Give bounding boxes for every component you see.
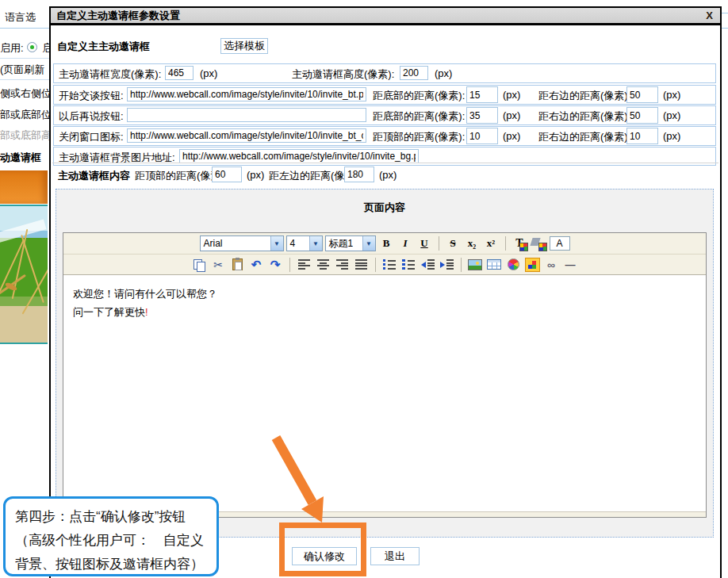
distance-right-input[interactable] [626, 107, 658, 124]
divider [52, 163, 718, 163]
toolbar-separator [439, 236, 439, 251]
page-content-panel: 页面内容 Arial ▼ 4 ▼ 标题1 ▼ B I U S [56, 189, 714, 538]
toolbar-separator [289, 258, 290, 272]
bullet-list-icon[interactable] [402, 259, 415, 270]
close-window-label: 关闭窗口图标: [59, 130, 124, 144]
distance-bottom-input[interactable] [466, 107, 498, 124]
align-right-icon[interactable] [336, 259, 348, 270]
start-chat-url-input[interactable] [127, 87, 366, 101]
insert-flash-icon[interactable] [525, 258, 540, 272]
horizontal-rule-icon[interactable]: — [562, 257, 579, 273]
undo-icon[interactable]: ↶ [248, 257, 265, 273]
editor-content-area[interactable]: 欢迎您！请问有什么可以帮您？ 问一下了解更快! [63, 275, 706, 511]
distance-top-input[interactable] [466, 128, 498, 144]
bg-fragment-refresh: (页面刷新 [0, 63, 49, 77]
bg-divider [0, 79, 49, 80]
px-label: (px) [247, 169, 264, 181]
tutorial-callout: 第四步：点击“确认修改”按钮 （高级个性化用户可： 自定义 背景、按钮图标及邀请… [3, 496, 219, 576]
wheat-stalk [22, 252, 48, 315]
background-image-url-input[interactable] [179, 149, 419, 163]
paste-icon[interactable] [232, 258, 243, 270]
rich-text-editor: Arial ▼ 4 ▼ 标题1 ▼ B I U S x₂ x² [63, 232, 707, 518]
chevron-down-icon[interactable]: ▼ [270, 236, 283, 251]
toolbar-separator [375, 258, 376, 272]
content-section-label: 主动邀请框内容 [58, 169, 130, 183]
bg-fragment-bottom: 部或底部位 [0, 108, 49, 122]
choose-template-button[interactable]: 选择模板 [220, 38, 268, 54]
insert-table-icon[interactable] [487, 259, 501, 270]
emoticon-icon[interactable] [508, 258, 519, 270]
font-style-box[interactable]: A [550, 236, 570, 251]
chevron-down-icon[interactable]: ▼ [362, 236, 375, 251]
callout-line-3: 背景、按钮图标及邀请框内容） [15, 553, 207, 576]
bg-invite-label: 动邀请框 [0, 151, 41, 165]
font-select[interactable]: Arial ▼ [200, 235, 284, 251]
indent-icon[interactable] [440, 259, 454, 270]
subscript-button[interactable]: x₂ [464, 235, 481, 251]
px-label: (px) [663, 109, 680, 121]
height-input[interactable] [400, 66, 428, 80]
greeting-text: 欢迎您！请问有什么可以帮您？ [73, 288, 217, 300]
copy-icon[interactable] [193, 259, 205, 270]
cut-icon[interactable]: ✂ [210, 257, 227, 273]
distance-right-input[interactable] [626, 86, 658, 103]
bg-wheat-photo [0, 205, 48, 344]
screen: { "background": { "language_label": "语言选… [0, 0, 728, 578]
px-label: (px) [435, 67, 452, 79]
underline-button[interactable]: U [416, 235, 433, 251]
font-color-icon[interactable]: T [512, 236, 528, 251]
radio-button-icon[interactable] [27, 42, 37, 52]
start-chat-label: 开始交谈按钮: [59, 89, 124, 103]
dialog-titlebar[interactable]: 自定义主动邀请框参数设置 X [51, 8, 720, 25]
bold-button[interactable]: B [378, 235, 395, 251]
distance-right-label: 距右边的距离(像素): [538, 89, 630, 103]
width-input[interactable] [165, 66, 193, 80]
editor-toolbar-top: Arial ▼ 4 ▼ 标题1 ▼ B I U S x₂ x² [63, 233, 706, 255]
dialog-title: 自定义主动邀请框参数设置 [51, 9, 180, 23]
ordered-list-icon[interactable] [383, 259, 396, 270]
panel-header: 页面内容 [56, 201, 713, 215]
editor-line: 欢迎您！请问有什么可以帮您？ [73, 285, 696, 303]
chevron-down-icon[interactable]: ▼ [309, 236, 322, 251]
content-left-input[interactable] [344, 167, 374, 182]
highlight-color-icon[interactable] [531, 236, 547, 251]
height-label: 主动邀请框高度(像素): [292, 67, 394, 82]
close-icon-url-input[interactable] [127, 128, 366, 143]
outdent-icon[interactable] [421, 259, 435, 270]
toolbar-separator [461, 258, 462, 272]
distance-bottom-input[interactable] [466, 86, 498, 103]
close-icon[interactable]: X [706, 10, 713, 21]
strikethrough-button[interactable]: S [445, 235, 462, 251]
px-label: (px) [379, 169, 397, 181]
section-label: 自定义主主动邀请框 [57, 40, 150, 54]
insert-image-icon[interactable] [468, 259, 482, 270]
italic-button[interactable]: I [397, 235, 414, 251]
align-center-icon[interactable] [317, 259, 329, 270]
px-label: (px) [663, 130, 680, 142]
callout-line-2: （高级个性化用户可： 自定义 [15, 529, 207, 553]
toolbar-separator [505, 236, 506, 251]
align-justify-icon[interactable] [355, 259, 367, 270]
exit-button[interactable]: 退出 [370, 547, 420, 565]
distance-right-input[interactable] [626, 128, 658, 144]
content-top-input[interactable] [212, 167, 242, 182]
bg-orange-banner [0, 170, 48, 204]
bg-divider [0, 28, 49, 29]
bg-enable-label: 启用: [0, 41, 24, 56]
distance-bottom-label: 距底部的距离(像素): [373, 109, 465, 124]
width-label: 主动邀请框宽度(像素): [59, 67, 161, 82]
later-button-row: 以后再说按钮: 距底部的距离(像素): (px) 距右边的距离(像素): (px… [53, 105, 716, 125]
bg-divider [0, 58, 49, 59]
bg-fragment-height: 部或底部高 [0, 128, 49, 143]
hyperlink-icon[interactable]: ∞ [543, 257, 560, 273]
superscript-button[interactable]: x² [483, 235, 500, 251]
paragraph-style-select[interactable]: 标题1 ▼ [325, 235, 376, 251]
align-left-icon[interactable] [298, 259, 310, 270]
bg-language-label: 语言选 [5, 10, 36, 25]
redo-icon[interactable]: ↷ [267, 257, 284, 273]
later-button-url-input[interactable] [127, 108, 366, 122]
editor-toolbar-bottom: ✂ ↶ ↷ ∞ — [63, 255, 706, 275]
font-size-select[interactable]: 4 ▼ [286, 235, 323, 251]
settings-dialog: 自定义主动邀请框参数设置 X 自定义主主动邀请框 选择模板 主动邀请框宽度(像素… [49, 6, 722, 578]
followup-exclamation: ! [145, 306, 148, 318]
